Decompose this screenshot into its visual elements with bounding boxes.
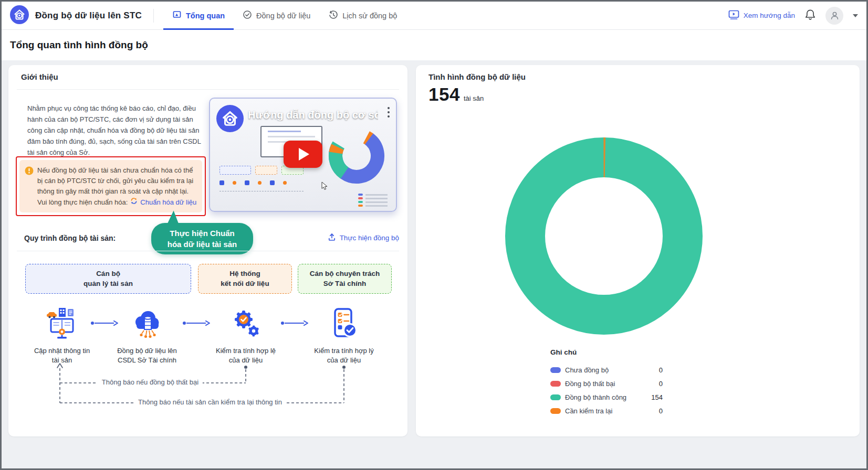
review-checklist-icon (327, 306, 361, 340)
video-mini-legend (358, 192, 388, 207)
warning-text: Nếu đồng bộ dữ liệu tài sản chưa chuẩn h… (37, 166, 193, 195)
cloud-sync-icon (130, 306, 164, 340)
video-mini-donut (325, 124, 389, 188)
check-circle-icon (243, 10, 252, 21)
feedback-label-sync-failed: Thông báo nếu đồng bộ thất bại (98, 378, 203, 386)
history-icon (328, 10, 338, 22)
tab-tong-quan[interactable]: Tổng quan (163, 2, 234, 30)
tooltip-line1: Thực hiện Chuẩn (170, 229, 234, 238)
video-logo-icon (216, 105, 244, 134)
legend-row-dong-bo-that-bai[interactable]: Đồng bộ thất bại 0 (550, 377, 663, 390)
donut-chart[interactable] (499, 131, 709, 341)
legend-row-dong-bo-thanh-cong[interactable]: Đồng bộ thành công 154 (550, 390, 663, 404)
flow-arrow-icon (90, 320, 119, 326)
warning-action-prefix: Vui lòng thực hiện chuẩn hóa: (37, 197, 128, 208)
youtube-play-button[interactable] (284, 141, 322, 168)
video-mini-flow (219, 180, 287, 185)
video-tutorial-icon (728, 9, 739, 22)
tooltip-line2: hóa dữ liệu tài sản (168, 240, 237, 249)
help-guide-label: Xem hướng dẫn (744, 12, 795, 19)
normalize-icon (130, 197, 138, 208)
legend-row-can-kiem-tra-lai[interactable]: Cần kiểm tra lại 0 (550, 404, 663, 418)
update-asset-icon (45, 306, 79, 340)
flow-arrow-icon (182, 320, 211, 326)
intro-heading: Giới thiệu (21, 72, 58, 81)
run-sync-label: Thực hiện đồng bộ (340, 234, 399, 242)
validate-gears-icon (229, 306, 263, 340)
legend-title: Ghi chú (550, 348, 663, 356)
account-dropdown-caret[interactable] (853, 14, 858, 17)
divider (17, 89, 399, 90)
normalize-data-link[interactable]: Chuẩn hóa dữ liệu (140, 197, 196, 208)
legend-row-chua-dong-bo[interactable]: Chưa đồng bộ 0 (550, 363, 663, 377)
tab-lich-su-dong-bo[interactable]: Lịch sử đồng bộ (319, 2, 406, 30)
chart-legend: Ghi chú Chưa đồng bộ 0 Đồng bộ thất bại … (550, 348, 663, 418)
legend-swatch (550, 367, 561, 373)
brand: Đồng bộ dữ liệu lên STC (10, 5, 142, 26)
app-logo-icon (10, 5, 29, 26)
video-title: Hướng dẫn đồng bộ cơ sở dũ... (248, 109, 378, 121)
intro-paragraph: Nhằm phục vụ công tác thống kê báo cáo, … (27, 103, 202, 158)
app-window: Đồng bộ dữ liệu lên STC Tổng quan Đồng b… (0, 0, 868, 470)
user-avatar[interactable] (825, 7, 843, 25)
tooltip-bubble: Thực hiện Chuẩn hóa dữ liệu tài sản (151, 223, 253, 254)
role-box-connector-system: Hệ thống kết nối dữ liệu (198, 264, 292, 294)
page-title: Tổng quan tình hình đồng bộ (10, 39, 148, 51)
sync-status-card: Tình hình đồng bộ dữ liệu 154 tài sản Gh… (416, 65, 860, 436)
run-sync-link[interactable]: Thực hiện đồng bộ (328, 233, 399, 243)
help-guide-link[interactable]: Xem hướng dẫn (728, 9, 795, 22)
divider (17, 251, 399, 251)
role-box-finance-officer: Cán bộ chuyên trách Sở Tài chính (298, 264, 392, 294)
cursor-icon (321, 181, 328, 193)
tab-dong-bo-du-lieu[interactable]: Đồng bộ dữ liệu (234, 2, 319, 30)
overview-icon (172, 10, 182, 21)
app-title: Đồng bộ dữ liệu lên STC (35, 10, 142, 21)
page-title-bar: Tổng quan tình hình đồng bộ (2, 30, 866, 60)
video-mini-dashes (219, 191, 304, 191)
sync-status-heading: Tình hình đồng bộ dữ liệu (428, 72, 526, 81)
notifications-bell-icon[interactable] (804, 9, 816, 23)
asset-count: 154 tài sản (428, 84, 484, 105)
warning-callout: Nếu đồng bộ dữ liệu tài sản chưa chuẩn h… (19, 160, 202, 212)
main-tabs: Tổng quan Đồng bộ dữ liệu Lịch sử đồng b… (163, 2, 406, 30)
legend-swatch (550, 394, 561, 400)
tooltip-tail (165, 210, 179, 225)
tab-label: Đồng bộ dữ liệu (256, 12, 310, 20)
top-bar: Đồng bộ dữ liệu lên STC Tổng quan Đồng b… (2, 2, 866, 30)
asset-count-number: 154 (428, 84, 460, 105)
video-menu-icon[interactable] (388, 107, 390, 120)
legend-swatch (550, 381, 561, 387)
asset-count-unit: tài sản (464, 94, 484, 102)
warning-icon (25, 166, 34, 178)
tab-label: Lịch sử đồng bộ (342, 12, 397, 20)
feedback-label-recheck: Thông báo nếu tài sản cần kiểm tra lại t… (134, 398, 286, 406)
role-box-asset-manager: Cán bộ quản lý tài sản (25, 264, 191, 294)
intro-card: Giới thiệu Nhằm phục vụ công tác thống k… (8, 65, 407, 436)
legend-swatch (550, 408, 561, 414)
video-thumbnail[interactable]: Hướng dẫn đồng bộ cơ sở dũ... (209, 98, 397, 212)
header-divider (153, 9, 154, 23)
tab-label: Tổng quan (186, 12, 225, 20)
process-heading: Quy trình đồng bộ tài sản: (24, 234, 116, 242)
flow-arrow-icon (280, 320, 309, 326)
upload-icon (328, 233, 336, 243)
